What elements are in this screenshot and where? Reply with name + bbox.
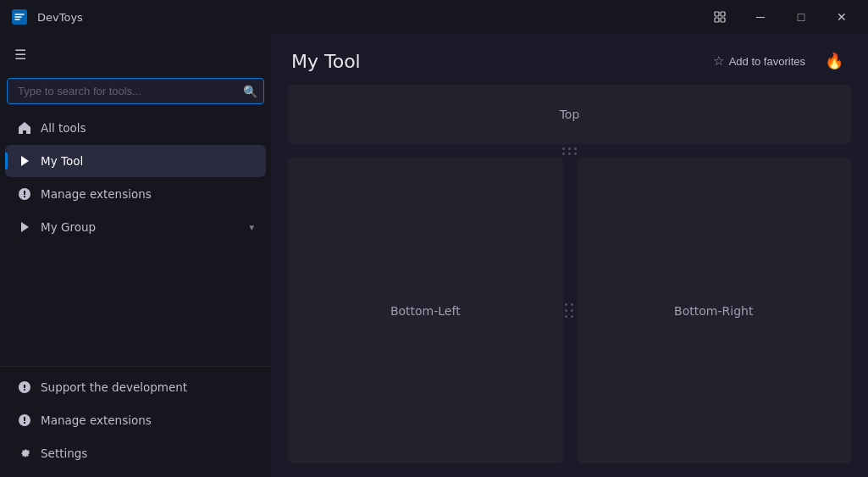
- add-favorites-label: Add to favorites: [729, 55, 805, 68]
- close-button[interactable]: ✕: [822, 3, 861, 31]
- panels-bottom: Bottom-Left Bottom-Right: [288, 158, 851, 463]
- drag-dot: [565, 309, 567, 312]
- page-title: My Tool: [291, 51, 361, 72]
- panel-bottom-left: Bottom-Left: [288, 158, 563, 463]
- manage-ext-label: Manage extensions: [41, 187, 254, 201]
- drag-dot: [574, 153, 577, 155]
- fire-icon: 🔥: [825, 52, 843, 70]
- manage-ext-icon: [17, 186, 32, 202]
- my-group-label: My Group: [41, 220, 240, 234]
- drag-dot: [562, 147, 565, 150]
- vertical-divider[interactable]: [563, 158, 577, 463]
- search-icon: 🔍: [243, 85, 257, 98]
- close-icon: ✕: [837, 10, 847, 24]
- drag-dot: [565, 315, 567, 318]
- sidebar-item-my-group[interactable]: My Group ▾: [5, 211, 266, 243]
- search-button[interactable]: 🔍: [243, 85, 257, 98]
- sidebar-item-my-tool[interactable]: My Tool: [5, 145, 266, 177]
- drag-dot: [565, 303, 567, 306]
- mygroup-icon: [17, 219, 32, 235]
- home-icon: [17, 120, 32, 136]
- svg-rect-4: [721, 18, 725, 22]
- drag-dot: [562, 153, 565, 155]
- main-header: My Tool ☆ Add to favorites 🔥: [271, 34, 868, 85]
- main-content: My Tool ☆ Add to favorites 🔥 Top: [271, 34, 868, 477]
- mytool-icon: [17, 153, 32, 169]
- sidebar-header: ☰: [0, 34, 271, 71]
- drag-dot: [574, 147, 577, 150]
- settings-icon: [17, 446, 32, 461]
- panel-bottom-right-label: Bottom-Right: [674, 304, 753, 318]
- manage-ext-bottom-icon: [17, 413, 32, 428]
- sidebar-item-manage-ext-bottom[interactable]: Manage extensions: [5, 404, 266, 436]
- sidebar: ☰ 🔍 All tools: [0, 34, 271, 477]
- app-logo: [10, 8, 29, 26]
- sidebar-item-support[interactable]: Support the development: [5, 371, 266, 403]
- sidebar-item-settings[interactable]: Settings: [5, 437, 266, 469]
- search-input[interactable]: [7, 78, 264, 104]
- minimize-icon: ─: [756, 10, 765, 24]
- window-controls: ─ □ ✕: [700, 3, 861, 31]
- drag-dot: [568, 153, 571, 155]
- header-actions: ☆ Add to favorites 🔥: [706, 47, 848, 75]
- drag-dot: [571, 315, 573, 318]
- drag-dot: [568, 147, 571, 150]
- titlebar: DevToys ─ □ ✕: [0, 0, 868, 34]
- svg-rect-3: [715, 18, 719, 22]
- sidebar-item-all-tools[interactable]: All tools: [5, 112, 266, 144]
- support-icon: [17, 380, 32, 395]
- svg-rect-2: [721, 12, 725, 16]
- manage-ext-bottom-label: Manage extensions: [41, 413, 254, 427]
- panel-bottom-right: Bottom-Right: [577, 158, 852, 463]
- snap-button[interactable]: [700, 3, 739, 31]
- panel-top: Top: [288, 85, 851, 144]
- settings-label: Settings: [41, 446, 254, 460]
- support-label: Support the development: [41, 380, 254, 394]
- my-tool-label: My Tool: [41, 154, 254, 168]
- tool-area: Top Bottom-Left: [271, 85, 868, 477]
- sidebar-bottom: Support the development Manage extension…: [0, 366, 271, 470]
- panel-bottom-left-label: Bottom-Left: [390, 304, 461, 318]
- hamburger-button[interactable]: ☰: [7, 41, 34, 68]
- maximize-button[interactable]: □: [782, 3, 821, 31]
- svg-marker-6: [21, 222, 29, 232]
- panel-top-label: Top: [560, 108, 580, 121]
- fire-button[interactable]: 🔥: [821, 47, 848, 75]
- star-icon: ☆: [713, 53, 724, 69]
- drag-dot: [571, 309, 573, 312]
- svg-rect-1: [715, 12, 719, 16]
- hamburger-icon: ☰: [14, 47, 26, 63]
- maximize-icon: □: [798, 10, 804, 24]
- minimize-button[interactable]: ─: [741, 3, 780, 31]
- add-to-favorites-button[interactable]: ☆ Add to favorites: [706, 50, 812, 72]
- horizontal-divider[interactable]: [288, 144, 851, 158]
- all-tools-label: All tools: [41, 121, 254, 135]
- app-title: DevToys: [37, 11, 83, 24]
- app-body: ☰ 🔍 All tools: [0, 34, 868, 477]
- sidebar-item-manage-extensions[interactable]: Manage extensions: [5, 178, 266, 210]
- drag-dot: [571, 303, 573, 306]
- vertical-drag-handle[interactable]: [565, 303, 574, 319]
- search-container: 🔍: [0, 71, 271, 111]
- drag-handle[interactable]: [562, 147, 578, 155]
- svg-marker-5: [21, 156, 29, 166]
- chevron-down-icon: ▾: [249, 222, 254, 233]
- nav-section: All tools My Tool Manage extensions: [0, 111, 271, 366]
- titlebar-left: DevToys: [10, 8, 83, 26]
